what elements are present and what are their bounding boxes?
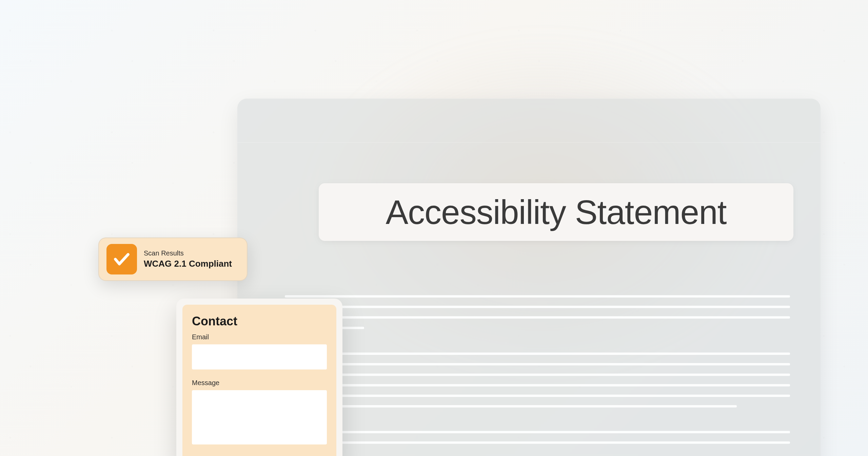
scan-text: Scan Results WCAG 2.1 Compliant bbox=[144, 249, 232, 269]
text-line bbox=[285, 295, 790, 298]
message-label: Message bbox=[192, 379, 327, 387]
scan-value: WCAG 2.1 Compliant bbox=[144, 259, 232, 269]
message-field[interactable] bbox=[192, 390, 327, 444]
contact-card: Contact Email Message bbox=[176, 299, 342, 456]
email-label: Email bbox=[192, 333, 327, 341]
page-title: Accessibility Statement bbox=[386, 193, 726, 232]
contact-form: Contact Email Message bbox=[182, 305, 336, 456]
text-line bbox=[285, 431, 790, 433]
text-line bbox=[285, 353, 790, 355]
scan-label: Scan Results bbox=[144, 249, 232, 257]
email-field[interactable] bbox=[192, 344, 327, 369]
document-titlebar bbox=[237, 98, 821, 142]
contact-title: Contact bbox=[192, 314, 327, 328]
checkmark-icon bbox=[106, 244, 137, 274]
scan-results-badge: Scan Results WCAG 2.1 Compliant bbox=[98, 238, 248, 281]
title-badge: Accessibility Statement bbox=[319, 183, 793, 241]
